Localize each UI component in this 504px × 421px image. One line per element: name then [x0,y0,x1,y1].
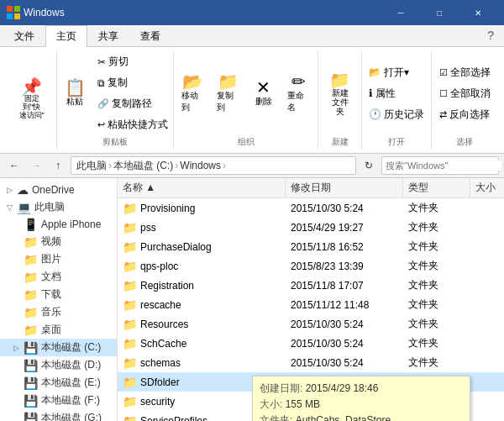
file-row[interactable]: 📁 SDfolder 2015/11/8 17:10 文件夹 [118,372,504,392]
pin-button-area: 📌 固定到"快速访问" [12,52,51,146]
file-size [470,207,504,210]
music-icon: 📁 [24,306,38,319]
tab-view[interactable]: 查看 [129,25,171,47]
file-row[interactable]: 📁 PurchaseDialog 2015/11/8 16:52 文件夹 [118,237,504,256]
folder-icon: 📁 [123,202,137,215]
file-name: Resources [140,318,188,330]
file-date: 2015/10/30 5:24 [286,317,403,332]
tab-home[interactable]: 主页 [45,25,87,47]
col-header-date[interactable]: 修改日期 [286,178,403,197]
paste-button[interactable]: 📋 粘贴 [58,76,92,111]
copy-path-button[interactable]: 🔗 复制路径 [93,94,172,113]
rename-icon: ✏ [291,73,306,90]
localc-icon: 💾 [24,341,38,355]
open-label: 打开▾ [384,66,409,80]
file-row[interactable]: 📁 schemas 2015/10/30 5:24 文件夹 [118,353,504,372]
crumb-localc[interactable]: 本地磁盘 (C:) [113,159,173,173]
move-to-button[interactable]: 📂 移动到 [176,70,210,117]
forward-button[interactable]: → [27,156,45,175]
file-type: 文件夹 [403,218,470,236]
properties-button[interactable]: ℹ 属性 [365,84,428,103]
clipboard-label: 剪贴板 [102,134,128,148]
col-header-type[interactable]: 类型 [403,178,470,197]
window-title: Windows [24,7,381,18]
address-path[interactable]: 此电脑 › 本地磁盘 (C:) › Windows › [71,156,356,175]
search-box[interactable]: 🔍 [381,156,499,175]
copy-path-label: 复制路径 [112,97,152,111]
sidebar-item-localc[interactable]: ▷ 💾 本地磁盘 (C:) [0,339,117,356]
file-row[interactable]: 📁 Provisioning 2015/10/30 5:24 文件夹 [118,198,504,218]
sidebar-item-localf[interactable]: 💾 本地磁盘 (F:) [0,392,117,409]
open-button[interactable]: 📂 打开▾ [365,63,428,82]
file-row[interactable]: 📁 rescache 2015/11/12 11:48 文件夹 [118,295,504,314]
file-row[interactable]: 📁 Registration 2015/11/8 17:07 文件夹 [118,276,504,295]
sidebar-item-localg[interactable]: 💾 本地磁盘 (G:) [0,409,117,421]
col-header-name[interactable]: 名称 ▲ [118,178,286,197]
sidebar-item-downloads[interactable]: 📁 下载 [0,286,117,303]
rename-button[interactable]: ✏ 重命名 [282,70,316,117]
sidebar-item-locale[interactable]: 💾 本地磁盘 (E:) [0,374,117,392]
crumb-windows[interactable]: Windows [180,160,221,171]
tab-file[interactable]: 文件 [3,25,45,47]
file-row[interactable]: 📁 SchCache 2015/10/30 5:24 文件夹 [118,334,504,353]
window-controls[interactable]: ─ □ ✕ [381,0,497,25]
copy-button[interactable]: ⧉ 复制 [93,73,172,92]
locale-icon: 💾 [24,376,38,390]
file-row[interactable]: 📁 ServiceProfiles 2015/10/29 18:46 文件夹 [118,411,504,421]
cut-button[interactable]: ✂ 剪切 [93,52,172,71]
pin-to-quick-access-button[interactable]: 📌 固定到"快速访问" [12,75,51,124]
search-input[interactable] [386,161,501,171]
file-date: 2015/10/30 5:24 [286,201,403,216]
sidebar-item-iphone[interactable]: 📱 Apple iPhone [0,216,117,233]
sidebar-item-documents[interactable]: 📁 文档 [0,268,117,286]
file-date: 2015/10/29 18:46 [286,413,403,422]
folder-icon: 📁 [123,414,137,422]
history-button[interactable]: 🕐 历史记录 [365,105,428,124]
file-date: 2015/10/30 5:24 [286,355,403,371]
help-button[interactable]: ? [480,25,501,47]
select-none-button[interactable]: ☐ 全部取消 [435,84,495,103]
new-buttons: 📁 新建文件夹 [323,52,357,134]
crumb-thispc[interactable]: 此电脑 [76,159,107,173]
sidebar-label-videos: 视频 [41,234,61,249]
svg-rect-0 [7,6,13,12]
file-row[interactable]: 📁 qps-ploc 2015/8/23 13:39 文件夹 [118,256,504,276]
select-none-label: 全部取消 [450,87,491,101]
pin-label: 固定到"快速访问" [17,95,46,120]
select-all-button[interactable]: ☑ 全部选择 [435,63,495,82]
back-button[interactable]: ← [5,156,24,175]
minimize-button[interactable]: ─ [381,0,420,25]
paste-shortcut-button[interactable]: ↩ 粘贴快捷方式 [93,115,172,134]
sidebar-item-desktop[interactable]: 📁 桌面 [0,321,117,339]
locald-icon: 💾 [24,359,38,372]
folder-icon: 📁 [123,356,137,370]
file-name: pss [140,222,156,234]
file-row[interactable]: 📁 pss 2015/4/29 19:27 文件夹 [118,218,504,237]
file-type: 文件夹 [403,392,470,410]
file-date: 2015/11/8 16:52 [286,239,403,255]
copy-to-button[interactable]: 📁 复制到 [212,70,245,117]
close-button[interactable]: ✕ [459,0,497,25]
file-type: 文件夹 [403,373,470,391]
sidebar-item-videos[interactable]: 📁 视频 [0,233,117,250]
sidebar-item-onedrive[interactable]: ▷ ☁ OneDrive [0,182,117,198]
thispc-expand-icon: ▽ [7,203,17,212]
sidebar-item-locald[interactable]: 💾 本地磁盘 (D:) [0,356,117,374]
sidebar-item-thispc[interactable]: ▽ 💻 此电脑 [0,198,117,216]
new-folder-button[interactable]: 📁 新建文件夹 [323,68,357,119]
invert-select-button[interactable]: ⇄ 反向选择 [435,105,495,124]
refresh-button[interactable]: ↻ [360,156,378,175]
up-button[interactable]: ↑ [49,156,67,175]
sidebar-item-music[interactable]: 📁 音乐 [0,303,117,321]
tab-share[interactable]: 共享 [87,25,129,47]
select-none-icon: ☐ [439,88,448,99]
maximize-button[interactable]: □ [420,0,459,25]
folder-icon: 📁 [123,318,137,331]
col-header-size[interactable]: 大小 [470,178,504,197]
file-row[interactable]: 📁 Resources 2015/10/30 5:24 文件夹 [118,314,504,334]
file-name: Registration [140,280,194,292]
sidebar-item-pictures[interactable]: 📁 图片 [0,250,117,268]
delete-button[interactable]: ✕ 删除 [247,76,281,111]
file-row[interactable]: 📁 security 2015/10/31 0:13 文件夹 [118,392,504,411]
paste-icon: 📋 [65,79,86,96]
